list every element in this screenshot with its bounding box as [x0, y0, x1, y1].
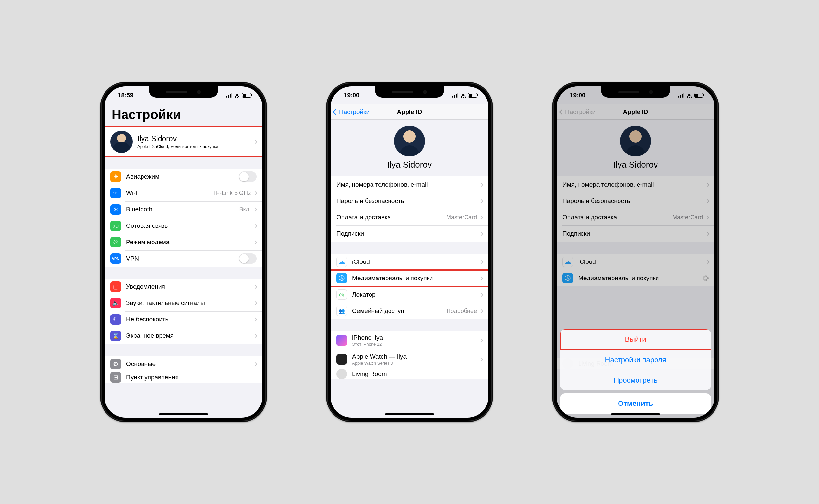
gear-icon: ⚙ — [110, 359, 121, 369]
apple-id-screen-with-sheet: 19:00 Настройки Apple ID ПРАВКА Ilya Sid… — [556, 86, 715, 418]
row-general[interactable]: ⚙ Основные — [104, 356, 263, 372]
devices-section: iPhone Ilya Этот iPhone 12 Apple Watch —… — [331, 331, 488, 379]
label: Пароль и безопасность — [337, 197, 480, 205]
chevron-icon — [253, 285, 257, 289]
profile-header: ПРАВКА Ilya Sidorov — [331, 120, 488, 176]
row-control-center[interactable]: ⊟ Пункт управления — [104, 372, 263, 383]
row-name-phone-email[interactable]: Имя, номера телефонов, e-mail — [331, 176, 488, 193]
avatar — [110, 131, 133, 153]
label: Режим модема — [126, 239, 254, 246]
notifications-section: ▢ Уведомления 🔈 Звуки, тактильные сигнал… — [104, 279, 263, 344]
avatar-edit-label: ПРАВКА — [402, 152, 417, 155]
profile-texts: Ilya Sidorov Apple ID, iCloud, медиаконт… — [137, 135, 249, 149]
value: TP-Link 5 GHz — [212, 190, 251, 197]
account-section: Имя, номера телефонов, e-mail Пароль и б… — [331, 176, 488, 242]
chevron-icon — [253, 334, 257, 338]
chevron-icon — [253, 240, 257, 244]
row-screentime[interactable]: ⌛ Экранное время — [104, 328, 263, 344]
home-indicator[interactable] — [385, 413, 434, 415]
chevron-left-icon — [333, 109, 339, 115]
apple-id-profile-row[interactable]: Ilya Sidorov Apple ID, iCloud, медиаконт… — [104, 127, 263, 157]
row-findmy[interactable]: ◎ Локатор — [331, 286, 488, 303]
wifi-icon — [460, 93, 466, 98]
chevron-icon — [479, 293, 483, 297]
chevron-icon — [253, 207, 257, 212]
chevron-icon — [479, 199, 483, 203]
row-wifi[interactable]: ᯤ Wi-Fi TP-Link 5 GHz — [104, 185, 263, 201]
status-time: 18:59 — [118, 92, 134, 99]
family-icon: 👥 — [337, 306, 347, 316]
connectivity-section: ✈ Авиарежим ᯤ Wi-Fi TP-Link 5 GHz ∗ Blue… — [104, 169, 263, 267]
label: Звуки, тактильные сигналы — [126, 299, 254, 307]
row-sounds[interactable]: 🔈 Звуки, тактильные сигналы — [104, 295, 263, 311]
homepod-icon — [337, 369, 347, 379]
chevron-icon — [479, 260, 483, 264]
sheet-view-button[interactable]: Просмотреть — [560, 370, 711, 390]
row-airplane[interactable]: ✈ Авиарежим — [104, 169, 263, 185]
status-time: 19:00 — [344, 92, 360, 99]
notch — [375, 86, 444, 98]
row-notifications[interactable]: ▢ Уведомления — [104, 279, 263, 295]
row-payment[interactable]: Оплата и доставка MasterCard — [331, 209, 488, 225]
row-icloud[interactable]: ☁ iCloud — [331, 254, 488, 270]
dnd-icon: ☾ — [110, 314, 121, 325]
settings-screen: 18:59 Настройки Ilya Sidorov Apple ID, i… — [104, 86, 263, 418]
label: Экранное время — [126, 332, 254, 339]
sheet-sign-out-button[interactable]: Выйти — [560, 329, 711, 350]
label: Медиаматериалы и покупки — [352, 275, 480, 282]
label: Сотовая связь — [126, 222, 254, 229]
label: Имя, номера телефонов, e-mail — [337, 181, 480, 188]
row-hotspot[interactable]: ⦾ Режим модема — [104, 234, 263, 250]
battery-icon — [468, 93, 477, 98]
device-sub: Этот iPhone 12 — [352, 342, 480, 347]
device-row-watch[interactable]: Apple Watch — Ilya Apple Watch Series 3 — [331, 350, 488, 369]
chevron-icon — [253, 224, 257, 228]
back-button[interactable]: Настройки — [334, 108, 370, 116]
cellular-signal-icon — [452, 93, 458, 98]
label: Настройки пароля — [605, 356, 666, 364]
row-password-security[interactable]: Пароль и безопасность — [331, 193, 488, 209]
device-row-homepod[interactable]: Living Room — [331, 369, 488, 379]
services-section: ☁ iCloud Ⓐ Медиаматериалы и покупки ◎ Ло… — [331, 254, 488, 319]
screentime-icon: ⌛ — [110, 331, 121, 341]
vpn-toggle[interactable] — [239, 253, 257, 264]
row-vpn[interactable]: VPN VPN — [104, 250, 263, 267]
sheet-password-settings-button[interactable]: Настройки пароля — [560, 350, 711, 370]
home-indicator[interactable] — [611, 413, 660, 415]
chevron-icon — [253, 317, 257, 322]
wifi-settings-icon: ᯤ — [110, 188, 121, 198]
device-name: Apple Watch — Ilya — [352, 353, 480, 360]
phone-1: 18:59 Настройки Ilya Sidorov Apple ID, i… — [100, 82, 267, 422]
control-center-icon: ⊟ — [110, 372, 121, 383]
airplane-toggle[interactable] — [239, 171, 257, 182]
device-name: iPhone Ilya — [352, 334, 480, 341]
page-title: Настройки — [104, 104, 263, 127]
sheet-cancel-button[interactable]: Отменить — [560, 393, 711, 414]
label: Отменить — [618, 399, 653, 408]
label: Bluetooth — [126, 206, 239, 213]
row-subscriptions[interactable]: Подписки — [331, 225, 488, 242]
row-family[interactable]: 👥 Семейный доступ Подробнее — [331, 303, 488, 319]
label: Уведомления — [126, 283, 254, 290]
label: Пункт управления — [126, 374, 257, 381]
chevron-icon — [479, 215, 483, 220]
device-name: Living Room — [352, 370, 482, 378]
chevron-icon — [479, 232, 483, 236]
label: Семейный доступ — [352, 307, 446, 315]
row-cellular[interactable]: ((·)) Сотовая связь — [104, 218, 263, 234]
chevron-icon — [253, 362, 257, 366]
sounds-icon: 🔈 — [110, 298, 121, 308]
appstore-icon: Ⓐ — [337, 273, 347, 283]
row-bluetooth[interactable]: ∗ Bluetooth Вкл. — [104, 201, 263, 218]
label: Основные — [126, 360, 254, 368]
row-media-purchases[interactable]: Ⓐ Медиаматериалы и покупки — [331, 270, 488, 286]
device-row-iphone[interactable]: iPhone Ilya Этот iPhone 12 — [331, 331, 488, 350]
home-indicator[interactable] — [159, 413, 208, 415]
notch — [149, 86, 218, 98]
avatar[interactable]: ПРАВКА — [394, 126, 425, 156]
chevron-icon — [479, 338, 483, 343]
row-dnd[interactable]: ☾ Не беспокоить — [104, 311, 263, 328]
label: Авиарежим — [126, 173, 239, 180]
sheet-options: Выйти Настройки пароля Просмотреть — [560, 329, 711, 390]
value: Вкл. — [239, 206, 251, 213]
